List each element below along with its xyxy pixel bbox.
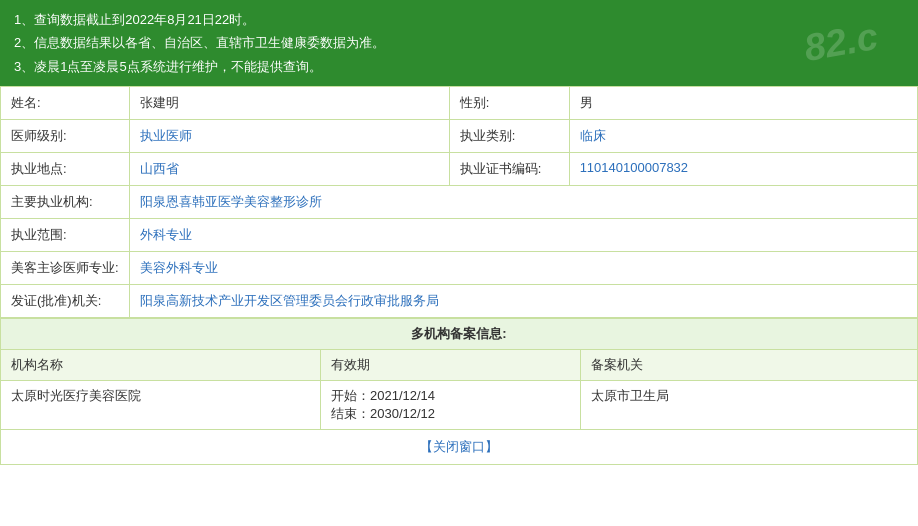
multi-table-header-row: 机构名称 有效期 备案机关 bbox=[1, 350, 918, 381]
main-institution-label: 主要执业机构: bbox=[1, 186, 130, 219]
multi-authority: 太原市卫生局 bbox=[581, 381, 918, 430]
doctor-level-label: 医师级别: bbox=[1, 120, 130, 153]
name-label: 姓名: bbox=[1, 87, 130, 120]
practice-location-label: 执业地点: bbox=[1, 153, 130, 186]
info-table: 姓名: 张建明 性别: 男 医师级别: 执业医师 执业类别: 临床 执业地点: … bbox=[0, 86, 918, 318]
practice-location-value: 山西省 bbox=[129, 153, 449, 186]
practice-scope-value: 外科专业 bbox=[129, 219, 917, 252]
col-authority: 备案机关 bbox=[581, 350, 918, 381]
notice-line-3: 3、凌晨1点至凌晨5点系统进行维护，不能提供查询。 bbox=[14, 55, 904, 78]
col-validity: 有效期 bbox=[321, 350, 581, 381]
notice-line-1: 1、查询数据截止到2022年8月21日22时。 bbox=[14, 8, 904, 31]
notice-banner: 1、查询数据截止到2022年8月21日22时。 2、信息数据结果以各省、自治区、… bbox=[0, 0, 918, 86]
section-header-row: 多机构备案信息: bbox=[1, 319, 918, 350]
multi-validity: 开始：2021/12/14 结束：2030/12/12 bbox=[321, 381, 581, 430]
issuing-authority-value: 阳泉高新技术产业开发区管理委员会行政审批服务局 bbox=[129, 285, 917, 318]
table-row: 姓名: 张建明 性别: 男 bbox=[1, 87, 918, 120]
table-row: 执业地点: 山西省 执业证书编码: 110140100007832 bbox=[1, 153, 918, 186]
multi-institution-table: 多机构备案信息: 机构名称 有效期 备案机关 太原时光医疗美容医院 开始：202… bbox=[0, 318, 918, 430]
practice-category-value: 临床 bbox=[569, 120, 917, 153]
validity-start: 开始：2021/12/14 bbox=[331, 388, 435, 403]
name-value: 张建明 bbox=[129, 87, 449, 120]
cosmetic-doctor-value: 美容外科专业 bbox=[129, 252, 917, 285]
main-institution-value: 阳泉恩喜韩亚医学美容整形诊所 bbox=[129, 186, 917, 219]
license-code-value: 110140100007832 bbox=[569, 153, 917, 186]
notice-line-2: 2、信息数据结果以各省、自治区、直辖市卫生健康委数据为准。 bbox=[14, 31, 904, 54]
issuing-authority-label: 发证(批准)机关: bbox=[1, 285, 130, 318]
doctor-level-value: 执业医师 bbox=[129, 120, 449, 153]
multi-section-header: 多机构备案信息: bbox=[1, 319, 918, 350]
multi-institution-name: 太原时光医疗美容医院 bbox=[1, 381, 321, 430]
cosmetic-doctor-label: 美客主诊医师专业: bbox=[1, 252, 130, 285]
multi-table-row: 太原时光医疗美容医院 开始：2021/12/14 结束：2030/12/12 太… bbox=[1, 381, 918, 430]
practice-category-label: 执业类别: bbox=[449, 120, 569, 153]
table-row: 美客主诊医师专业: 美容外科专业 bbox=[1, 252, 918, 285]
table-row: 执业范围: 外科专业 bbox=[1, 219, 918, 252]
col-institution-name: 机构名称 bbox=[1, 350, 321, 381]
practice-scope-label: 执业范围: bbox=[1, 219, 130, 252]
gender-label: 性别: bbox=[449, 87, 569, 120]
table-row: 主要执业机构: 阳泉恩喜韩亚医学美容整形诊所 bbox=[1, 186, 918, 219]
validity-end: 结束：2030/12/12 bbox=[331, 406, 435, 421]
gender-value: 男 bbox=[569, 87, 917, 120]
license-code-label: 执业证书编码: bbox=[449, 153, 569, 186]
close-window-link[interactable]: 【关闭窗口】 bbox=[0, 430, 918, 465]
table-row: 发证(批准)机关: 阳泉高新技术产业开发区管理委员会行政审批服务局 bbox=[1, 285, 918, 318]
table-row: 医师级别: 执业医师 执业类别: 临床 bbox=[1, 120, 918, 153]
